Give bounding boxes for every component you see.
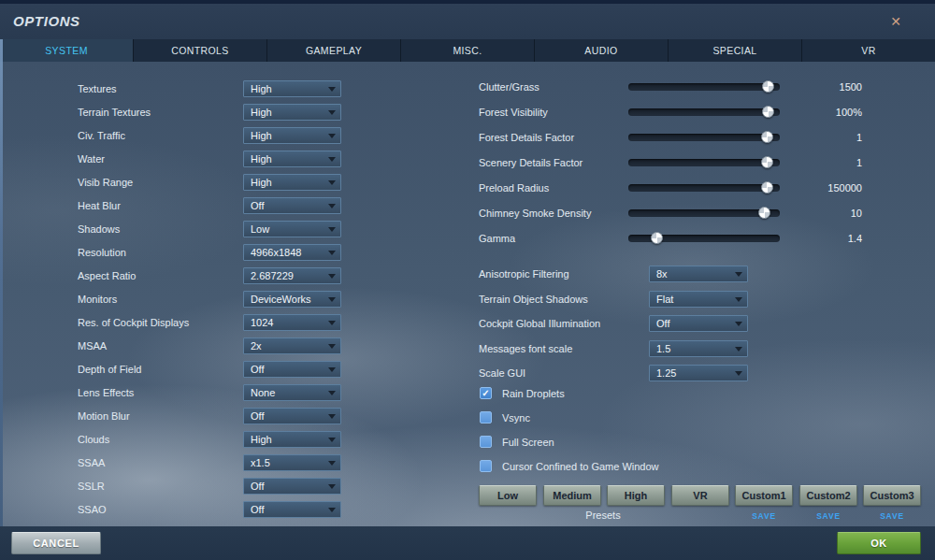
preset-button-high[interactable]: High bbox=[607, 485, 665, 506]
option-row: SSAOOff bbox=[0, 501, 935, 518]
chevron-down-icon bbox=[735, 297, 742, 302]
slider-label: Preload Radius bbox=[479, 179, 549, 196]
chevron-down-icon bbox=[328, 251, 336, 255]
option-row: Terrain Object ShadowsFlat bbox=[0, 291, 935, 308]
dropdown-ssao[interactable]: Off bbox=[243, 501, 341, 518]
dropdown-value: Flat bbox=[656, 292, 673, 307]
slider-row: Gamma1.4 bbox=[0, 230, 935, 247]
slider-row: Chimney Smoke Density10 bbox=[0, 205, 935, 222]
slider-label: Gamma bbox=[479, 230, 515, 247]
checkbox-rain-droplets[interactable]: ✓ bbox=[480, 387, 492, 399]
dropdown-anisotropic-filtering[interactable]: 8x bbox=[649, 266, 748, 282]
dropdown-scale-gui[interactable]: 1.25 bbox=[649, 365, 748, 381]
presets-caption: Presets bbox=[556, 510, 650, 521]
slider-value: 10 bbox=[784, 205, 862, 222]
slider-value: 1 bbox=[784, 154, 862, 171]
slider-label: Forest Visibility bbox=[479, 104, 548, 121]
preset-button-vr[interactable]: VR bbox=[671, 485, 729, 506]
option-row: Anisotropic Filtering8x bbox=[0, 266, 935, 282]
chevron-down-icon bbox=[328, 484, 336, 489]
checkbox-row: Cursor Confined to Game Window bbox=[0, 458, 935, 475]
dropdown-messages-font-scale[interactable]: 1.5 bbox=[649, 340, 748, 357]
preset-save-link-custom2[interactable]: SAVE bbox=[799, 511, 857, 521]
dropdown-value: Off bbox=[251, 479, 264, 494]
preset-button-custom2[interactable]: Custom2 bbox=[799, 485, 857, 506]
tab-misc[interactable]: MISC. bbox=[400, 39, 534, 62]
slider-label: Chimney Smoke Density bbox=[479, 205, 591, 222]
slider-track-gamma[interactable] bbox=[628, 235, 780, 242]
option-label: SSLR bbox=[78, 478, 105, 495]
options-content: TexturesHighTerrain TexturesHighCiv. Tra… bbox=[0, 62, 935, 527]
preset-button-custom1[interactable]: Custom1 bbox=[735, 485, 793, 506]
option-label: Cockpit Global Illumination bbox=[479, 315, 600, 332]
chevron-down-icon bbox=[328, 508, 336, 512]
chevron-down-icon bbox=[735, 272, 742, 277]
slider-handle[interactable] bbox=[761, 131, 773, 143]
slider-handle[interactable] bbox=[761, 156, 773, 168]
slider-row: Clutter/Grass1500 bbox=[0, 79, 935, 95]
checkbox-row: ✓Rain Droplets bbox=[0, 385, 935, 402]
checkbox-label: Vsync bbox=[502, 409, 530, 426]
slider-track-preload-radius[interactable] bbox=[628, 184, 780, 192]
slider-value: 150000 bbox=[784, 179, 862, 196]
tab-vr[interactable]: VR bbox=[801, 39, 935, 62]
option-label: Anisotropic Filtering bbox=[479, 266, 569, 282]
chevron-down-icon bbox=[735, 371, 742, 376]
slider-handle[interactable] bbox=[758, 207, 770, 219]
tab-system[interactable]: SYSTEM bbox=[0, 39, 133, 62]
option-label: SSAO bbox=[78, 501, 107, 518]
slider-value: 1.4 bbox=[784, 230, 862, 247]
dropdown-terrain-object-shadows[interactable]: Flat bbox=[649, 291, 748, 308]
option-label: Terrain Object Shadows bbox=[479, 291, 588, 308]
ok-button[interactable]: OK bbox=[837, 532, 921, 554]
slider-track-chimney-smoke-density[interactable] bbox=[628, 209, 780, 217]
slider-label: Scenery Details Factor bbox=[479, 154, 583, 171]
checkbox-label: Cursor Confined to Game Window bbox=[502, 458, 659, 475]
tab-gameplay[interactable]: GAMEPLAY bbox=[266, 39, 400, 62]
slider-track-forest-details-factor[interactable] bbox=[628, 134, 780, 141]
slider-value: 1500 bbox=[784, 79, 862, 95]
slider-handle[interactable] bbox=[762, 106, 774, 118]
option-label: Scale GUI bbox=[479, 365, 525, 381]
checkbox-label: Rain Droplets bbox=[502, 385, 565, 402]
tab-special[interactable]: SPECIAL bbox=[668, 39, 801, 62]
dropdown-value: Off bbox=[656, 316, 669, 331]
chevron-down-icon bbox=[735, 322, 742, 326]
preset-button-medium[interactable]: Medium bbox=[543, 485, 601, 506]
footer-bar: CANCEL OK bbox=[0, 526, 935, 560]
left-edge-highlight bbox=[0, 39, 3, 526]
checkbox-full-screen[interactable] bbox=[480, 436, 492, 448]
slider-track-forest-visibility[interactable] bbox=[628, 108, 780, 116]
cancel-button[interactable]: CANCEL bbox=[11, 532, 101, 554]
slider-value: 100% bbox=[784, 104, 862, 121]
slider-handle[interactable] bbox=[651, 232, 663, 244]
slider-row: Scenery Details Factor1 bbox=[0, 154, 935, 171]
slider-track-clutter-grass[interactable] bbox=[628, 83, 780, 91]
option-row: Cockpit Global IlluminationOff bbox=[0, 315, 935, 332]
close-icon[interactable]: ✕ bbox=[885, 4, 907, 39]
tab-bar: SYSTEMCONTROLSGAMEPLAYMISC.AUDIOSPECIALV… bbox=[0, 39, 935, 63]
dropdown-value: 4966x1848 bbox=[251, 245, 301, 260]
dropdown-sslr[interactable]: Off bbox=[243, 478, 341, 495]
tab-controls[interactable]: CONTROLS bbox=[133, 39, 266, 62]
options-dialog: OPTIONS ✕ SYSTEMCONTROLSGAMEPLAYMISC.AUD… bbox=[0, 0, 935, 560]
preset-button-low[interactable]: Low bbox=[479, 485, 537, 506]
tab-audio[interactable]: AUDIO bbox=[534, 39, 668, 62]
slider-value: 1 bbox=[784, 129, 862, 146]
slider-handle[interactable] bbox=[761, 181, 773, 194]
option-row: SSLROff bbox=[0, 478, 935, 495]
slider-row: Preload Radius150000 bbox=[0, 179, 935, 196]
dropdown-cockpit-global-illumination[interactable]: Off bbox=[649, 315, 748, 332]
checkbox-row: Vsync bbox=[0, 409, 935, 426]
preset-button-custom3[interactable]: Custom3 bbox=[863, 485, 921, 506]
checkbox-vsync[interactable] bbox=[480, 411, 492, 424]
page-title: OPTIONS bbox=[13, 4, 80, 39]
dropdown-value: 8x bbox=[656, 266, 668, 281]
preset-save-link-custom1[interactable]: SAVE bbox=[735, 511, 793, 521]
preset-save-link-custom3[interactable]: SAVE bbox=[863, 511, 921, 521]
slider-row: Forest Visibility100% bbox=[0, 104, 935, 121]
checkbox-cursor-confined-to-game-window[interactable] bbox=[480, 460, 492, 472]
checkbox-row: Full Screen bbox=[0, 434, 935, 451]
slider-handle[interactable] bbox=[762, 80, 774, 93]
slider-track-scenery-details-factor[interactable] bbox=[628, 159, 780, 166]
